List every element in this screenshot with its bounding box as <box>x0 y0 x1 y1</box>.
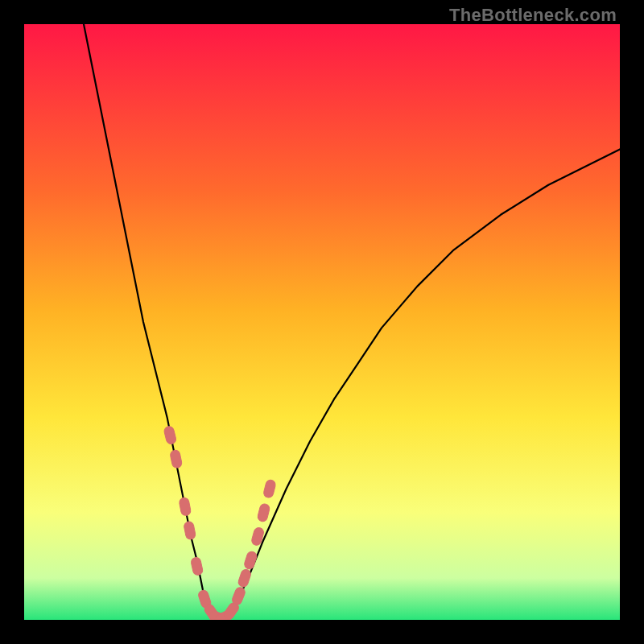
watermark-text: TheBottleneck.com <box>449 5 617 26</box>
chart-svg <box>24 24 620 620</box>
chart-frame <box>24 24 620 620</box>
heat-gradient <box>24 24 620 620</box>
